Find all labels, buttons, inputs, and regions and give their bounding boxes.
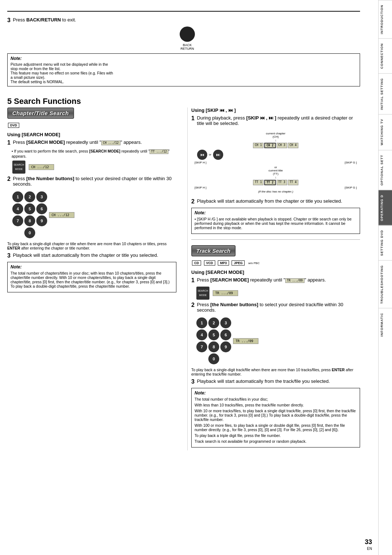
rbtn-2: 2 [208, 317, 219, 328]
left-step2-num: 2 [7, 176, 11, 182]
right-bottom-note-line5: Track search is not available for progra… [195, 439, 357, 443]
left-note2-title: Note: [11, 264, 173, 270]
skip-g-label2: [SKIP G ] [345, 186, 357, 189]
right-bottom-note-line0: The total number of tracks/files in your… [195, 397, 357, 401]
using-search-mode-right: Using [SEARCH MODE] [191, 270, 360, 275]
right-bottom-step1-num: 1 [191, 277, 195, 284]
right-bottom-note-box: Note: The total number of tracks/files i… [191, 388, 360, 447]
sidebar-tab-connection[interactable]: CONNECTION [379, 39, 392, 73]
left-step1-content: Press [SEARCH MODE] repeatedly until "CH… [13, 139, 175, 145]
no-chapter-note: (If the disc has no chapter.) [193, 190, 359, 193]
rbtn-8: 8 [208, 341, 219, 352]
pre-note-line1: Picture adjustment menu will not be disp… [11, 62, 357, 66]
left-column: Chapter/Title Search DVD Using [SEARCH M… [7, 108, 180, 450]
rbtn-1: 1 [196, 317, 207, 328]
back-button-icon [180, 27, 195, 42]
sidebar-tab-operating-d[interactable]: OPERATING D [379, 190, 392, 226]
using-skip-heading: Using [SKIP ⏮ , ⏭ ] [191, 108, 360, 113]
rbtn-3: 3 [220, 317, 231, 328]
left-step1-display: CH .../12 [101, 141, 121, 145]
right-bottom-step1-screen: TR .../09 [213, 290, 238, 296]
track-search-heading: Track Search [191, 245, 236, 256]
ch4-box: CH 4 [288, 143, 298, 148]
right-bottom-step2: 2 Press [the Number buttons] to select y… [191, 302, 360, 313]
right-step2: 2 Playback will start automatically from… [191, 198, 360, 205]
pre-note-line5: The default setting is NORMAL. [11, 80, 357, 84]
main-heading: 5 Search Functions [7, 97, 360, 106]
page-en-label: EN [367, 547, 372, 551]
page-number: 33 [365, 538, 372, 546]
left-step2-content: Press [the Number buttons] to select you… [13, 176, 175, 187]
tt2-box: TT 2 [264, 180, 275, 185]
left-step2-body: To play back a single-digit chapter or t… [7, 242, 176, 250]
right-bottom-step2-body: To play back a single-digit track/file w… [191, 368, 360, 376]
skip-h-btn: ⏮ [197, 150, 207, 160]
right-bottom-note-line4: To play back a triple digit file, press … [195, 433, 357, 438]
mp3-badge: MP3 [218, 260, 229, 266]
rbtn-6: 6 [220, 329, 231, 340]
right-bottom-step3-num: 3 [191, 378, 195, 385]
left-step1-bullet: • If you want to perform the title searc… [12, 149, 176, 158]
pre-note-box: Note: Picture adjustment menu will not b… [7, 53, 360, 86]
rbtn-0: 0 [208, 353, 219, 364]
pre-note-line3: This feature may have no effect on some … [11, 71, 357, 75]
left-step3-content: Playback will start automatically from t… [13, 252, 175, 258]
rbtn-5: 5 [208, 329, 219, 340]
skip-h-label: [SKIP H ] [195, 161, 207, 164]
right-column: Using [SKIP ⏮ , ⏭ ] 1 During playback, p… [187, 108, 360, 450]
search-mode-button-left: SEARCHMODE [12, 161, 25, 174]
btn-3: 3 [36, 191, 47, 202]
ch3-box: CH 3 [277, 143, 287, 148]
pre-note-line2: stop mode or from the file list. [11, 66, 357, 71]
search-mode-button-right: SEARCHMODE [196, 287, 209, 300]
skip-g-label: [SKIP G ] [345, 161, 357, 164]
dvd-badge: DVD [8, 123, 19, 128]
pre-note-title: Note: [11, 56, 357, 61]
pre-step3-number: 3 [7, 17, 11, 24]
format-badges-left: DVD [7, 122, 176, 129]
track-search-heading-container: Track Search [191, 245, 360, 259]
rbtn-4: 4 [196, 329, 207, 340]
right-top-note-box: Note: • [SKIP H /G ] are not available w… [191, 208, 360, 234]
tt4-box: TT 4 [288, 180, 298, 185]
btn-4: 4 [12, 203, 23, 214]
sidebar-tab-watching-tv[interactable]: WATCHING TV [379, 114, 392, 150]
right-top-note-title: Note: [195, 210, 357, 215]
tt1-box: TT 1 [253, 180, 264, 185]
right-top-note-line: • [SKIP H /G ] are not available when pl… [195, 217, 357, 230]
sidebar-tab-optional-sett[interactable]: OPTIONAL SETT [379, 150, 392, 190]
right-bottom-step2-screen: TR .../09 [233, 338, 258, 344]
jpeg-badge: JPEG [232, 260, 245, 266]
right-bottom-step3-content: Playback will start automatically from t… [197, 378, 359, 384]
chapter-title-heading: Chapter/Title Search [7, 108, 176, 122]
left-note2-box: Note: The total number of chapters/title… [7, 262, 176, 292]
right-bottom-step3: 3 Playback will start automatically from… [191, 378, 360, 385]
rbtn-7: 7 [196, 341, 207, 352]
btn-5: 5 [24, 203, 35, 214]
right-step1-num: 1 [191, 115, 195, 122]
right-bottom-step2-content: Press [the Number buttons] to select you… [197, 302, 359, 313]
number-buttons-right: 1 2 3 4 5 6 7 8 9 0 [196, 317, 231, 364]
sidebar-tab-initial-setting[interactable]: INITIAL SETTING [379, 73, 392, 114]
right-bottom-step2-num: 2 [191, 302, 195, 308]
right-bottom-note-line2: With 10 or more tracks/files, to play ba… [195, 409, 357, 422]
using-search-mode-left: Using [SEARCH MODE] [7, 132, 176, 137]
right-step1-content: During playback, press [SKIP ⏮ , ⏭ ] rep… [197, 115, 359, 126]
right-bottom-step1-content: Press [SEARCH MODE] repeatedly until "TR… [197, 277, 359, 283]
btn-8: 8 [24, 215, 35, 226]
skip-g-btn: ⏭ [213, 150, 223, 160]
left-step2-bold: [the Number buttons] [26, 176, 74, 181]
left-step1: 1 Press [SEARCH MODE] repeatedly until "… [7, 139, 176, 146]
btn-7: 7 [12, 215, 23, 226]
sidebar-tab-troubleshooting[interactable]: TROUBLESHOOTING [379, 260, 392, 308]
vcd-badge: VCD [204, 260, 215, 266]
pre-step3-bold: BACK/RETURN [26, 17, 61, 23]
sidebar-tab-introduction[interactable]: INTRODUCTION [379, 0, 392, 39]
sidebar-tab-informatic[interactable]: INFORMATIC [379, 308, 392, 341]
btn-9: 9 [36, 215, 47, 226]
right-bottom-step1: 1 Press [SEARCH MODE] repeatedly until "… [191, 277, 360, 284]
sidebar-tab-setting-dvd[interactable]: SETTING DVD [379, 225, 392, 260]
pre-step3-content: Press BACK/RETURN to exit. [13, 17, 359, 23]
rbtn-9: 9 [220, 341, 231, 352]
cd-badge: CD [192, 260, 201, 266]
